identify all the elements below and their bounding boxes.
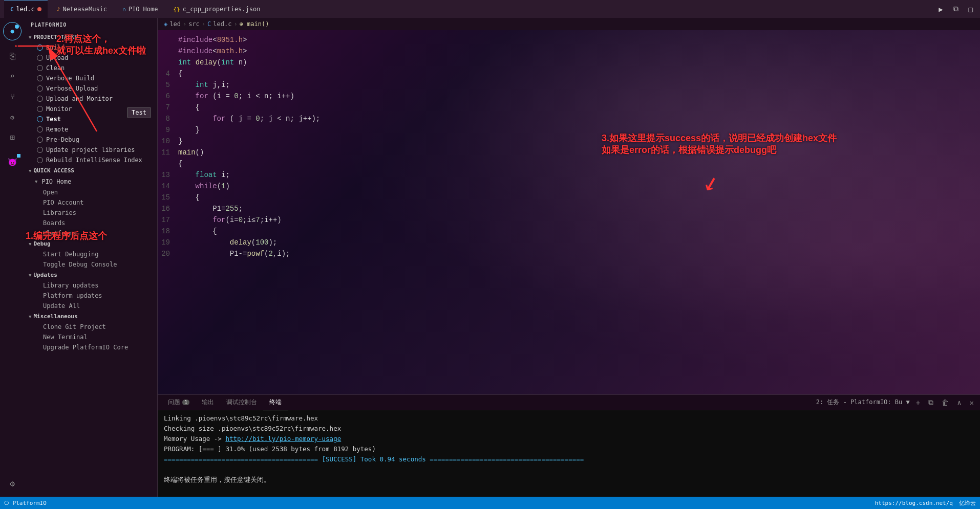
panel-tab-output[interactable]: 输出 xyxy=(196,395,220,410)
sidebar-item-build-label: Build xyxy=(46,44,65,51)
terminal-content[interactable]: Linking .pioenvs\stc89c52rc\firmware.hex… xyxy=(158,410,980,497)
panel-add-btn[interactable]: + xyxy=(914,397,922,408)
activity-debug[interactable]: ⚙ xyxy=(3,108,22,126)
sidebar-item-verbose-build[interactable]: Verbose Build xyxy=(25,73,157,83)
sidebar-item-start-debugging[interactable]: Start Debugging xyxy=(25,249,157,259)
sidebar-item-verbose-upload[interactable]: Verbose Upload xyxy=(25,83,157,94)
section-updates-label: Updates xyxy=(33,272,57,278)
activity-avatar[interactable]: ● xyxy=(3,22,22,40)
tab-modified-dot xyxy=(37,7,41,11)
section-project-tasks[interactable]: ▼ PROJECT TASKS xyxy=(25,32,157,42)
sidebar-item-pio-account-label: PIO Account xyxy=(43,199,83,206)
sidebar-item-rebuild-index[interactable]: Rebuild IntelliSense Index xyxy=(25,155,157,165)
sidebar-item-platforms[interactable]: Platforms xyxy=(25,228,157,238)
activity-search[interactable]: ⌕ xyxy=(3,67,22,85)
sidebar: PLATFORMIO ▼ PROJECT TASKS Build Upload … xyxy=(25,18,158,497)
terminal-line-7: 终端将被任务重用，按任意键关闭。 xyxy=(164,475,974,485)
sidebar-item-build[interactable]: Build xyxy=(25,42,157,53)
tab-c-cpp[interactable]: {} c_cpp_properties.json xyxy=(167,0,267,18)
panel-split-btn[interactable]: ⧉ xyxy=(926,397,935,408)
section-misc[interactable]: ▼ Miscellaneous xyxy=(25,311,157,322)
tab-led-c[interactable]: C led.c xyxy=(4,0,48,18)
sidebar-item-monitor-label: Monitor xyxy=(46,105,72,113)
sidebar-item-platform-updates-label: Platform updates xyxy=(43,292,102,299)
sidebar-item-monitor[interactable]: Monitor xyxy=(25,104,157,114)
sidebar-item-new-terminal[interactable]: New Terminal xyxy=(25,332,157,342)
tab-netease[interactable]: ♪ NeteaseMusic xyxy=(51,0,113,18)
activity-platformio[interactable]: 😈 xyxy=(3,153,22,171)
code-line-16: 16 P1=255; xyxy=(158,203,980,214)
maximize-button[interactable]: □ xyxy=(966,4,976,14)
code-editor[interactable]: #include<8051.h> #include<math.h> int de… xyxy=(158,30,980,394)
panel-tab-debug-console[interactable]: 调试控制台 xyxy=(220,395,263,410)
panel-chevron-up-btn[interactable]: ∧ xyxy=(955,397,963,408)
sidebar-item-update-libs[interactable]: Update project libraries xyxy=(25,145,157,155)
section-pio-home[interactable]: ▼ PIO Home xyxy=(25,176,157,187)
sidebar-item-upgrade-core[interactable]: Upgrade PlatformIO Core xyxy=(25,342,157,352)
sidebar-item-library-updates-label: Library updates xyxy=(43,282,98,289)
breadcrumb: ◈ led › src › C led.c › ⊕ main() xyxy=(158,18,980,30)
circle-icon xyxy=(37,116,43,122)
section-quick-access-label: QUICK ACCESS xyxy=(33,167,74,174)
status-left: ⎔ PlatformIO xyxy=(4,500,47,506)
panel-tab-terminal-label: 终端 xyxy=(269,398,282,407)
sidebar-item-platforms-label: Platforms xyxy=(43,230,76,237)
panel-header-right: 2: 任务 - PlatformIO: Bu ▼ + ⧉ 🗑 ∧ ✕ xyxy=(816,397,976,408)
sidebar-item-rebuild-index-label: Rebuild IntelliSense Index xyxy=(46,157,142,164)
source-control-icon: ⑂ xyxy=(10,92,15,101)
status-url: https://blog.csdn.net/q xyxy=(875,500,953,506)
panel-close-btn[interactable]: ✕ xyxy=(968,397,976,408)
sidebar-item-library-updates[interactable]: Library updates xyxy=(25,280,157,291)
activity-source-control[interactable]: ⑂ xyxy=(3,87,22,106)
panel-tab-problems[interactable]: 问题 1 xyxy=(162,395,196,410)
sidebar-item-boards[interactable]: Boards xyxy=(25,218,157,228)
breadcrumb-led-label: led xyxy=(169,20,181,28)
sidebar-item-clone-git[interactable]: Clone Git Project xyxy=(25,322,157,332)
section-updates[interactable]: ▼ Updates xyxy=(25,270,157,280)
section-quick-access[interactable]: ▼ QUICK ACCESS xyxy=(25,165,157,176)
circle-icon xyxy=(37,157,43,163)
sidebar-item-upload-monitor[interactable]: Upload and Monitor xyxy=(25,94,157,104)
circle-icon xyxy=(37,126,43,132)
circle-icon xyxy=(37,96,43,102)
activity-extensions[interactable]: ⊞ xyxy=(3,128,22,147)
code-line-18: 18 { xyxy=(158,226,980,237)
sidebar-item-toggle-debug-console[interactable]: Toggle Debug Console xyxy=(25,259,157,270)
sidebar-item-upgrade-core-label: Upgrade PlatformIO Core xyxy=(43,344,128,351)
sidebar-item-open[interactable]: Open xyxy=(25,187,157,197)
code-line-1: #include<8051.h> xyxy=(158,34,980,46)
memory-url[interactable]: http://bit.ly/pio-memory-usage xyxy=(225,435,341,442)
sidebar-item-verbose-upload-label: Verbose Upload xyxy=(46,85,98,92)
sidebar-item-open-label: Open xyxy=(43,189,58,196)
sidebar-item-test-label: Test xyxy=(46,116,61,123)
activity-files[interactable]: ⎘ xyxy=(3,47,22,65)
breadcrumb-sep2: › xyxy=(202,20,205,28)
sidebar-item-verbose-build-label: Verbose Build xyxy=(46,75,94,82)
code-line-6: 6 for (i = 0; i < n; i++) xyxy=(158,91,980,102)
code-line-13: 13 float i; xyxy=(158,169,980,181)
sidebar-item-remote[interactable]: Remote xyxy=(25,124,157,135)
sidebar-item-libraries[interactable]: Libraries xyxy=(25,208,157,218)
code-line-7: 7 { xyxy=(158,102,980,113)
circle-icon xyxy=(37,45,43,51)
sidebar-item-remote-label: Remote xyxy=(46,126,68,133)
sidebar-item-pio-account[interactable]: PIO Account xyxy=(25,197,157,208)
terminal-task-label: 2: 任务 - PlatformIO: Bu ▼ xyxy=(816,398,910,407)
activity-settings[interactable]: ⚙ xyxy=(3,474,22,493)
circle-icon xyxy=(37,65,43,71)
run-button[interactable]: ▶ xyxy=(935,4,946,14)
panel-tab-terminal[interactable]: 终端 xyxy=(263,395,288,410)
section-debug[interactable]: ▼ Debug xyxy=(25,238,157,249)
tab-c-cpp-label: c_cpp_properties.json xyxy=(183,6,261,13)
sidebar-item-clean[interactable]: Clean xyxy=(25,63,157,73)
tab-pio-home[interactable]: ⌂ PIO Home xyxy=(116,0,164,18)
editor-area: ◈ led › src › C led.c › ⊕ main() xyxy=(158,18,980,497)
sidebar-item-test[interactable]: Test xyxy=(25,114,157,124)
sidebar-item-platform-updates[interactable]: Platform updates xyxy=(25,291,157,301)
sidebar-item-predebug[interactable]: Pre-Debug xyxy=(25,135,157,145)
sidebar-item-update-all[interactable]: Update All xyxy=(25,301,157,311)
split-editor-button[interactable]: ⧉ xyxy=(950,4,962,14)
chevron-down-icon-updates: ▼ xyxy=(29,273,31,278)
sidebar-item-upload[interactable]: Upload xyxy=(25,53,157,63)
panel-trash-btn[interactable]: 🗑 xyxy=(940,397,951,408)
